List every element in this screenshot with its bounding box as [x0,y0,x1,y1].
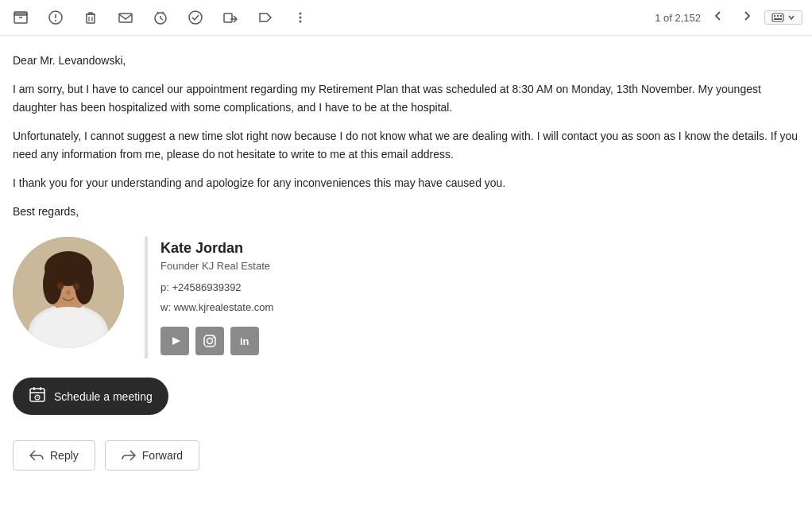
snooze-icon[interactable] [149,6,172,29]
youtube-button[interactable] [160,327,189,355]
warning-icon[interactable] [44,6,67,29]
signer-title: Founder KJ Real Estate [160,260,273,272]
toolbar-right: 1 of 2,152 [655,8,802,27]
svg-point-43 [213,337,215,339]
phone-value: +24586939392 [172,281,241,293]
website-value: www.kjrealestate.com [174,301,274,313]
signature-divider [145,237,148,359]
svg-rect-6 [87,14,95,23]
action-buttons: Reply Forward [13,434,799,483]
task-icon[interactable] [184,6,207,29]
svg-rect-21 [772,14,783,21]
svg-point-18 [300,13,302,15]
next-email-button[interactable] [736,8,758,27]
toolbar: 1 of 2,152 [0,0,812,36]
keyboard-shortcuts-button[interactable] [764,10,802,25]
email-paragraph3: I thank you for your understanding and a… [13,174,799,192]
trash-icon[interactable] [79,6,102,29]
email-counter: 1 of 2,152 [655,12,701,24]
email-closing: Best regards, [13,203,799,220]
social-links: in [160,327,273,355]
svg-point-19 [300,17,302,19]
email-salutation: Dear Mr. Levandowski, [13,52,799,69]
schedule-icon [29,385,46,407]
signer-phone: p: +24586939392 [160,280,273,296]
reply-label: Reply [50,449,79,462]
svg-rect-23 [777,15,779,17]
linkedin-button[interactable]: in [230,327,259,355]
svg-point-38 [67,290,71,295]
schedule-button-label: Schedule a meeting [54,390,153,403]
email-signature: Kate Jordan Founder KJ Real Estate p: +2… [13,237,799,359]
avatar-container [13,237,132,348]
phone-label: p: [160,281,169,293]
schedule-meeting-button[interactable]: Schedule a meeting [13,378,168,415]
forward-label: Forward [142,449,183,462]
email-paragraph1: I am sorry, but I have to cancel our app… [13,80,799,116]
website-label: w: [160,301,171,313]
signature-info: Kate Jordan Founder KJ Real Estate p: +2… [160,237,273,359]
svg-rect-27 [780,18,782,20]
svg-rect-24 [780,15,782,17]
envelope-icon[interactable] [114,6,137,29]
svg-point-5 [55,20,56,21]
svg-text:in: in [240,335,249,347]
email-paragraph2: Unfortunately, I cannot suggest a new ti… [13,127,799,163]
archive-icon[interactable] [10,6,32,29]
svg-rect-16 [224,14,232,22]
instagram-button[interactable] [195,327,224,355]
svg-point-15 [189,11,202,24]
svg-point-35 [46,253,91,277]
signer-name: Kate Jordan [160,240,273,257]
move-icon[interactable] [219,6,242,29]
avatar [13,237,124,348]
email-body: Dear Mr. Levandowski, I am sorry, but I … [0,36,812,496]
more-options-icon[interactable] [289,6,311,29]
svg-rect-26 [775,18,780,20]
svg-point-42 [207,339,213,344]
svg-line-12 [160,18,163,20]
reply-button[interactable]: Reply [13,440,95,471]
svg-rect-9 [119,14,132,22]
svg-rect-22 [774,15,775,17]
schedule-meeting-container: Schedule a meeting [13,378,799,434]
svg-point-36 [57,282,64,289]
svg-marker-40 [172,337,180,345]
svg-rect-25 [774,18,775,20]
toolbar-left [10,6,642,29]
label-icon[interactable] [254,6,276,29]
svg-point-37 [73,282,79,289]
prev-email-button[interactable] [707,8,729,27]
signer-website: w: www.kjrealestate.com [160,300,273,316]
forward-button[interactable]: Forward [105,440,199,471]
svg-point-20 [300,21,302,23]
